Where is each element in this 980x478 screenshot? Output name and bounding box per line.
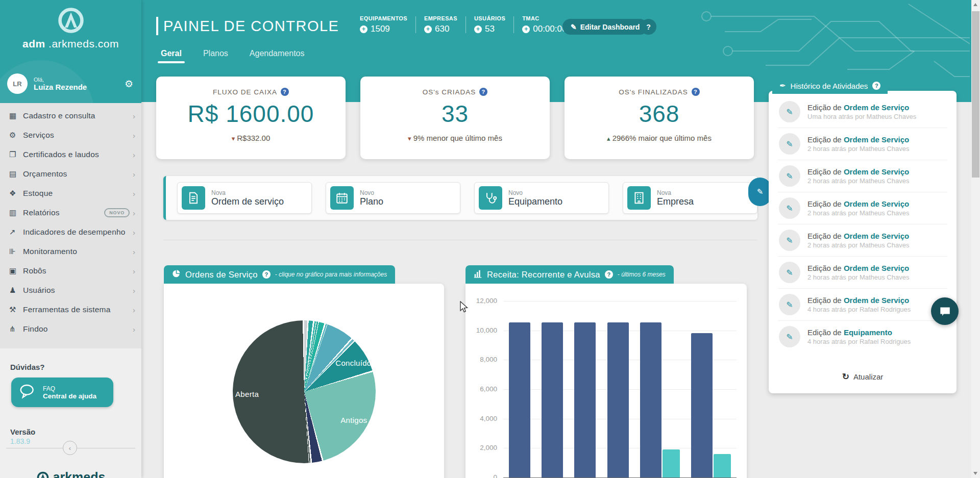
sidebar-item-cadastro-e-consulta[interactable]: ▦ Cadastro e consulta › — [0, 106, 141, 125]
sidebar-item-indicadores-de-desempenho[interactable]: ↗ Indicadores de desempenho › — [0, 222, 141, 242]
arkmeds-footer-logo-icon — [36, 471, 50, 478]
thermometer-icon: ⊪ — [9, 247, 23, 256]
action-prefix: Nova — [657, 189, 694, 196]
bar-recorrente[interactable] — [574, 322, 596, 477]
question-help-icon[interactable]: ? — [692, 88, 700, 96]
activity-meta: 2 horas atrás por Matheus Chaves — [807, 241, 909, 249]
bar-recorrente[interactable] — [691, 333, 713, 477]
sidebar-item-usuarios[interactable]: ♟ Usuários › — [0, 281, 141, 300]
calendar-icon — [330, 186, 354, 210]
pencil-icon: ✎ — [786, 236, 793, 245]
action-nova-ordem-de-servico[interactable]: Nova Ordem de serviço — [177, 182, 312, 214]
bar-group — [691, 333, 731, 477]
bar-recorrente[interactable] — [640, 322, 662, 477]
page-scrollbar[interactable] — [971, 0, 980, 478]
question-help-icon[interactable]: ? — [479, 88, 487, 96]
sidebar-item-monitoramento[interactable]: ⊪ Monitoramento › — [0, 242, 141, 261]
bar-chart-help-icon[interactable]: ? — [605, 270, 613, 279]
scrollbar-down-arrow[interactable] — [973, 472, 977, 475]
gear-icon[interactable]: ⚙ — [125, 78, 133, 90]
tab-planos[interactable]: Planos — [203, 49, 228, 63]
activity-item[interactable]: ✎ Edição de Ordem de Serviço 4 horas atr… — [769, 289, 957, 320]
kpi-card-os-s-criadas: OS's CRIADAS? 33 ▾9% menor que último mê… — [360, 77, 550, 159]
action-novo-equipamento[interactable]: Novo Equipamento — [474, 182, 609, 214]
sidebar-item-ferramentas-de-sistema[interactable]: ⚒ Ferramentas de sistema › — [0, 300, 141, 319]
bar-group — [607, 322, 629, 477]
table-icon: ▦ — [9, 111, 23, 120]
header-stat: EMPRESAS + 630 — [416, 15, 465, 34]
activity-help-icon[interactable]: ? — [872, 82, 880, 90]
action-prefix: Nova — [211, 189, 284, 196]
activity-action: Edição de — [807, 264, 842, 272]
header-help-button[interactable]: ? — [641, 19, 656, 35]
faq-button[interactable]: FAQ Central de ajuda — [11, 378, 113, 407]
pencil-icon: ✎ — [786, 204, 793, 213]
kpi-card-os-s-finalizadas: OS's FINALIZADAS? 368 ▴2966% maior que ú… — [565, 77, 754, 159]
sidebar-item-relatorios[interactable]: ▥ Relatórios NOVO› — [0, 203, 141, 222]
quick-actions-bar: Nova Ordem de serviço Novo Plano Novo Eq… — [163, 176, 757, 220]
sidebar-item-robos[interactable]: ▣ Robôs › — [0, 261, 141, 281]
sidebar-item-findoo[interactable]: ⋔ Findoo › — [0, 319, 141, 339]
version-label: Versão — [10, 427, 141, 436]
activity-item[interactable]: ✎ Edição de Ordem de Serviço 2 horas atr… — [769, 160, 957, 192]
fountain-pen-icon: ✒ — [779, 81, 786, 90]
activity-action: Edição de — [807, 103, 842, 112]
scrollbar-thumb[interactable] — [972, 11, 979, 178]
activity-target: Ordem de Serviço — [844, 199, 909, 208]
chat-button[interactable] — [931, 297, 959, 325]
stat-label: USUÁRIOS — [474, 15, 505, 21]
bar-recorrente[interactable] — [607, 322, 629, 477]
footer-brand-text: arkmeds — [53, 470, 106, 478]
activity-item[interactable]: ✎ Edição de Ordem de Serviço 2 horas atr… — [769, 128, 957, 160]
sidebar-item-estoque[interactable]: ❖ Estoque › — [0, 184, 141, 203]
sidebar-collapse-button[interactable]: ‹ — [63, 441, 77, 455]
refresh-button[interactable]: ↻ Atualizar — [769, 371, 957, 382]
activity-meta: 2 horas atrás por Matheus Chaves — [807, 145, 909, 153]
y-axis-tick-label: 2,000 — [465, 444, 497, 451]
bar-chart-card: 12,00010,0008,0006,0004,0002,0000 — [465, 284, 747, 478]
help-heading: Dúvidas? — [10, 363, 141, 371]
bar-chart-icon — [474, 269, 482, 280]
question-help-icon[interactable]: ? — [281, 88, 289, 96]
pie-slice-label-aberta: Aberta — [235, 389, 259, 398]
tab-geral[interactable]: Geral — [161, 49, 182, 63]
orders-pie-chart[interactable]: ConcluídoAntigosAberta — [233, 320, 376, 463]
bar-chart-subtitle: - últimos 6 meses — [618, 271, 666, 278]
edit-dashboard-button[interactable]: ✎ Editar Dashboard — [562, 19, 648, 35]
pie-chart-icon — [172, 269, 181, 280]
activity-action: Edição de — [807, 167, 842, 176]
activity-item[interactable]: ✎ Edição de Ordem de Serviço 2 horas atr… — [769, 192, 957, 224]
kpi-value: 33 — [360, 100, 550, 128]
action-nova-empresa[interactable]: Nova Empresa — [623, 182, 757, 214]
bar-avulsa[interactable] — [663, 449, 680, 477]
action-label: Plano — [360, 196, 383, 207]
network-icon: ⋔ — [9, 324, 23, 334]
bar-recorrente[interactable] — [542, 322, 563, 477]
tab-label: Agendamentos — [250, 49, 305, 58]
sidebar-item-orcamentos[interactable]: ▤ Orçamentos › — [0, 164, 141, 184]
chevron-right-icon: › — [133, 189, 135, 198]
pie-chart-help-icon[interactable]: ? — [262, 270, 271, 279]
bar-recorrente[interactable] — [509, 322, 530, 477]
sidebar-item-certificados-e-laudos[interactable]: ❐ Certificados e laudos › — [0, 145, 141, 164]
activity-item[interactable]: ✎ Edição de Ordem de Serviço Uma hora at… — [769, 96, 957, 128]
kpi-title: FLUXO DE CAIXA — [213, 88, 277, 96]
bar-avulsa[interactable] — [714, 454, 731, 477]
activity-item[interactable]: ✎ Edição de Ordem de Serviço 2 horas atr… — [769, 224, 957, 256]
sidebar-item-servicos[interactable]: ⚙ Serviços › — [0, 125, 141, 145]
trend-triangle-icon: ▾ — [408, 135, 411, 142]
plus-circle-icon: + — [474, 26, 482, 33]
bar-chart-header: Receita: Recorrente e Avulsa ? - últimos… — [465, 265, 674, 284]
tab-label: Geral — [161, 49, 182, 58]
bar-group — [574, 322, 596, 477]
action-novo-plano[interactable]: Novo Plano — [326, 182, 460, 214]
pencil-icon: ✎ — [786, 268, 793, 278]
activity-item[interactable]: ✎ Edição de Ordem de Serviço 2 horas atr… — [769, 257, 957, 288]
tab-agendamentos[interactable]: Agendamentos — [250, 49, 305, 63]
sidebar-item-label: Certificados e laudos — [23, 150, 133, 159]
user-icon: ♟ — [9, 286, 23, 295]
building-icon — [627, 186, 651, 210]
scrollbar-up-arrow[interactable] — [973, 3, 977, 6]
activity-item[interactable]: ✎ Edição de Equipamento 4 horas atrás po… — [769, 321, 957, 353]
chevron-right-icon: › — [133, 267, 135, 275]
